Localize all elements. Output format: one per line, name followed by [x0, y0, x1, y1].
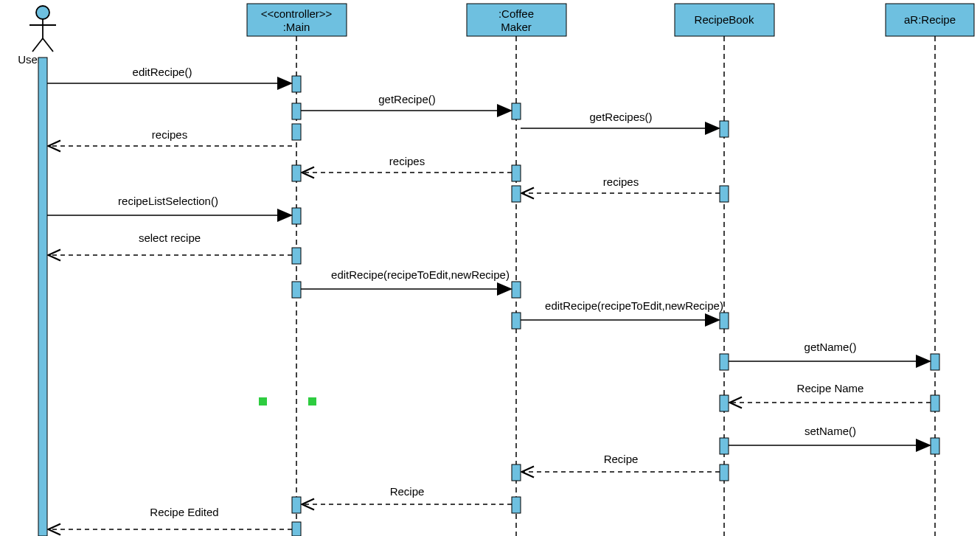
svg-rect-47 — [512, 497, 521, 513]
participant-recipe: aR:Recipe — [886, 4, 974, 36]
activation-user — [38, 58, 47, 536]
msg-getrecipe: getRecipe() — [378, 93, 436, 105]
msg-recipes-3: recipes — [603, 175, 639, 188]
svg-line-4 — [43, 38, 53, 52]
svg-rect-40 — [720, 438, 729, 454]
msg-getname: getName() — [804, 341, 857, 353]
svg-rect-37 — [720, 395, 729, 411]
participant-coffee-l1: :Coffee — [498, 7, 534, 20]
participant-user: User — [18, 6, 56, 66]
msg-editrecipe3: editRecipe(recipeToEdit,newRecipe) — [545, 299, 723, 312]
participant-main-stereo: <<controller>> — [261, 7, 333, 20]
svg-rect-12 — [512, 103, 521, 119]
msg-recipes-1: recipes — [152, 128, 187, 141]
msg-edited: Recipe Edited — [150, 506, 218, 518]
green-marker-2 — [308, 397, 316, 406]
msg-editrecipe2: editRecipe(recipeToEdit,newRecipe) — [331, 268, 510, 281]
svg-rect-44 — [720, 464, 729, 481]
svg-rect-9 — [292, 76, 301, 92]
participant-coffee: :Coffee Maker — [467, 4, 566, 36]
msg-editrecipe: editRecipe() — [133, 66, 192, 78]
msg-setname: setName() — [804, 425, 856, 437]
participant-book: RecipeBook — [675, 4, 774, 36]
msg-recipename: Recipe Name — [797, 382, 864, 394]
svg-rect-49 — [292, 522, 301, 536]
svg-rect-21 — [512, 186, 521, 202]
msg-getrecipes: getRecipes() — [589, 111, 652, 123]
svg-rect-16 — [292, 124, 301, 140]
svg-line-3 — [32, 38, 43, 52]
participant-main-name: :Main — [283, 21, 310, 33]
svg-rect-31 — [512, 313, 521, 329]
msg-recipelist: recipeListSelection() — [118, 195, 218, 207]
msg-recipe-ret2: Recipe — [390, 485, 425, 498]
participant-recipe-label: aR:Recipe — [904, 13, 956, 26]
svg-rect-43 — [512, 464, 521, 481]
svg-rect-22 — [720, 186, 729, 202]
svg-rect-26 — [292, 248, 301, 264]
svg-rect-24 — [292, 208, 301, 224]
msg-selectrecipe: select recipe — [139, 232, 201, 244]
sequence-diagram: User <<controller>> :Main :Coffee Maker … — [0, 0, 980, 536]
svg-rect-29 — [512, 282, 521, 298]
participant-book-label: RecipeBook — [695, 13, 754, 26]
svg-rect-38 — [931, 395, 939, 411]
svg-rect-46 — [292, 497, 301, 513]
svg-point-0 — [36, 6, 49, 19]
svg-rect-28 — [292, 282, 301, 298]
participant-coffee-l2: Maker — [501, 21, 532, 33]
svg-rect-11 — [292, 103, 301, 119]
svg-rect-35 — [931, 354, 939, 370]
svg-rect-32 — [720, 313, 729, 329]
msg-recipe-ret1: Recipe — [604, 453, 639, 465]
svg-rect-14 — [720, 121, 729, 137]
participant-main: <<controller>> :Main — [247, 4, 347, 36]
msg-recipes-2: recipes — [389, 155, 425, 167]
svg-rect-34 — [720, 354, 729, 370]
svg-rect-19 — [512, 165, 521, 181]
svg-rect-18 — [292, 165, 301, 181]
svg-rect-41 — [931, 438, 939, 454]
participant-user-label: User — [18, 53, 41, 66]
green-marker-1 — [259, 397, 267, 406]
